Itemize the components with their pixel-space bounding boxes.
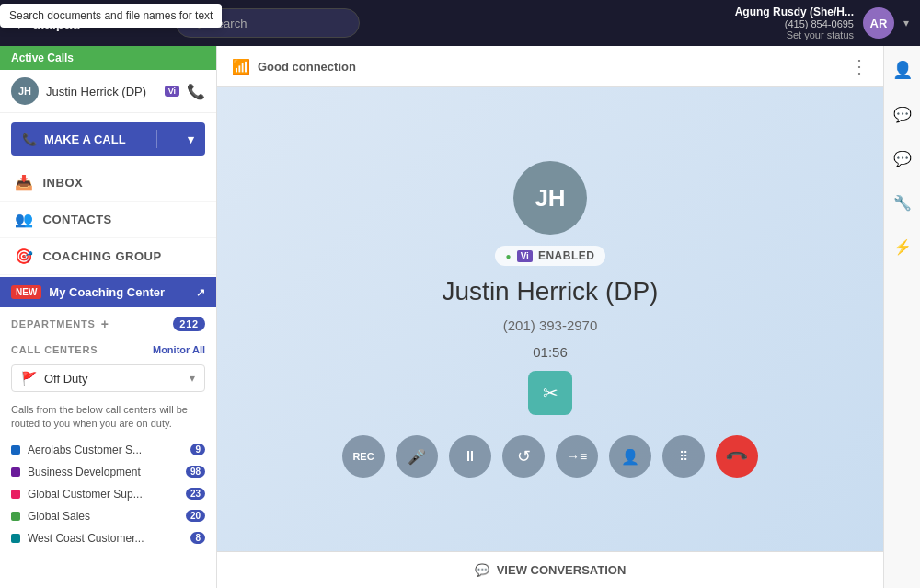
- cc-count: 98: [186, 466, 205, 478]
- keypad-button[interactable]: ⠿: [662, 435, 705, 478]
- phone-icon: 📞: [22, 133, 37, 146]
- cc-count: 8: [190, 532, 205, 544]
- vi-label: Vi: [517, 250, 533, 262]
- transfer-button[interactable]: ↺: [502, 435, 545, 478]
- departments-label: DEPARTMENTS: [11, 318, 96, 329]
- cc-dot: [11, 445, 20, 455]
- new-badge: NEW: [11, 285, 41, 299]
- zendesk-icon: 🔧: [893, 194, 912, 212]
- divider: [156, 130, 157, 148]
- call-center-aerolabs[interactable]: Aerolabs Customer S... 9: [0, 439, 216, 461]
- keypad-icon: ⠿: [679, 449, 688, 464]
- caller-name: Justin Herrick (DP): [443, 277, 659, 306]
- zendesk-icon-button[interactable]: 🔧: [888, 188, 917, 217]
- coaching-icon: 🎯: [15, 248, 34, 265]
- search-tooltip: Search documents and file names for text: [0, 4, 222, 28]
- cc-count: 20: [186, 510, 205, 522]
- avatar: AR: [863, 7, 894, 39]
- active-calls-header: Active Calls: [0, 46, 216, 70]
- vi-status-dot: ●: [506, 251, 512, 261]
- call-area: 📶 Good connection ⋮ JH ● Vi ENABLED Just…: [217, 46, 883, 588]
- view-conversation-label: VIEW CONVERSATION: [497, 563, 627, 577]
- call-header: 📶 Good connection ⋮: [217, 46, 883, 87]
- profile-dropdown-arrow[interactable]: ▾: [903, 17, 909, 29]
- monitor-all-button[interactable]: Monitor All: [153, 344, 205, 355]
- active-call-item[interactable]: JH Justin Herrick (DP) Vi 📞: [0, 70, 216, 113]
- cc-dot: [11, 490, 20, 499]
- signal-icon: 📶: [232, 58, 250, 75]
- hold-button[interactable]: ⏸: [449, 435, 491, 478]
- topbar: Search documents and file names for text…: [0, 0, 920, 46]
- vi-badge: Vi: [165, 86, 179, 97]
- cc-dot: [11, 534, 20, 543]
- contacts-icon: 👥: [15, 211, 34, 228]
- hangup-button[interactable]: 📞: [716, 435, 758, 478]
- user-phone: (415) 854-0695: [735, 18, 854, 29]
- make-call-dropdown-arrow: ▾: [188, 133, 194, 146]
- vi-enabled-text: ENABLED: [538, 249, 595, 262]
- right-sidebar: 👤 💬 💬 🔧 ⚡: [883, 46, 920, 588]
- off-duty-dropdown[interactable]: 🚩 Off Duty ▾: [11, 364, 205, 392]
- sidebar-item-contacts[interactable]: 👥 CONTACTS: [0, 202, 216, 238]
- user-status[interactable]: Set your status: [735, 29, 854, 40]
- record-button[interactable]: REC: [342, 435, 385, 478]
- scissors-button[interactable]: ✂: [528, 371, 572, 415]
- cc-dot: [11, 512, 20, 521]
- cc-name: West Coast Customer...: [28, 532, 183, 545]
- cc-count: 23: [186, 488, 205, 500]
- coaching-center-label: My Coaching Center: [49, 285, 165, 299]
- more-options-button[interactable]: ⋮: [850, 55, 868, 77]
- call-centers-label: CALL CENTERS: [11, 344, 98, 355]
- cc-name: Aerolabs Customer S...: [28, 444, 183, 456]
- connection-label: Good connection: [258, 60, 356, 74]
- sidebar-item-coaching-group[interactable]: 🎯 COACHING GROUP: [0, 238, 216, 275]
- call-centers-section: CALL CENTERS Monitor All: [0, 339, 216, 361]
- sidebar-item-coaching-center[interactable]: NEW My Coaching Center ↗: [0, 277, 216, 307]
- add-department-button[interactable]: +: [101, 317, 109, 331]
- off-duty-label: Off Duty: [44, 372, 87, 386]
- view-conversation-bar[interactable]: 💬 VIEW CONVERSATION: [217, 551, 883, 588]
- mute-icon: 🎤: [408, 448, 426, 466]
- departments-count: 212: [173, 317, 205, 331]
- hangup-icon: 📞: [724, 444, 750, 469]
- user-info: Agung Rusdy (She/H... (415) 854-0695 Set…: [735, 6, 854, 40]
- call-timer: 01:56: [533, 344, 568, 360]
- queue-button[interactable]: →≡: [556, 435, 598, 478]
- cc-name: Business Development: [28, 466, 178, 478]
- call-center-west-coast[interactable]: West Coast Customer... 8: [0, 527, 216, 549]
- vi-enabled-badge: ● Vi ENABLED: [495, 246, 606, 266]
- mute-button[interactable]: 🎤: [396, 435, 438, 478]
- cc-name: Global Sales: [28, 510, 178, 523]
- call-center-global-sales[interactable]: Global Sales 20: [0, 505, 216, 527]
- cc-count: 9: [190, 444, 205, 455]
- calls-routed-description: Calls from the below call centers will b…: [0, 399, 216, 439]
- chat-bubble-icon: 💬: [893, 150, 912, 167]
- sidebar: Active Calls JH Justin Herrick (DP) Vi 📞…: [0, 46, 217, 588]
- person-icon-button[interactable]: 👤: [888, 55, 917, 85]
- call-center-global-customer[interactable]: Global Customer Sup... 23: [0, 483, 216, 505]
- off-duty-chevron-icon: ▾: [190, 372, 195, 385]
- user-name: Agung Rusdy (She/H...: [735, 6, 854, 18]
- transfer-icon: ↺: [517, 446, 531, 467]
- call-avatar: JH: [11, 77, 39, 105]
- inbox-icon: 📥: [15, 174, 34, 191]
- message-icon-button[interactable]: 💬: [888, 99, 917, 129]
- call-content: JH ● Vi ENABLED Justin Herrick (DP) (201…: [217, 87, 883, 551]
- integration-icon-button[interactable]: ⚡: [888, 232, 917, 261]
- call-controls: REC 🎤 ⏸ ↺ →≡ �: [342, 435, 758, 478]
- hold-icon: ⏸: [463, 448, 477, 465]
- call-center-business-dev[interactable]: Business Development 98: [0, 461, 216, 483]
- chat-bubble-icon-button[interactable]: 💬: [888, 144, 917, 173]
- add-person-button[interactable]: 👤: [609, 435, 651, 478]
- queue-icon: →≡: [567, 449, 587, 464]
- add-person-icon: 👤: [621, 448, 639, 466]
- cc-name: Global Customer Sup...: [28, 488, 178, 501]
- make-call-button[interactable]: 📞 MAKE A CALL ▾: [11, 122, 205, 156]
- integration-icon: ⚡: [893, 238, 912, 256]
- sidebar-item-inbox[interactable]: 📥 INBOX: [0, 165, 216, 202]
- end-call-button[interactable]: 📞: [187, 83, 205, 100]
- person-icon: 👤: [892, 60, 913, 80]
- external-link-icon: ↗: [196, 286, 205, 299]
- message-icon: 💬: [893, 106, 912, 123]
- scissors-icon: ✂: [543, 382, 558, 404]
